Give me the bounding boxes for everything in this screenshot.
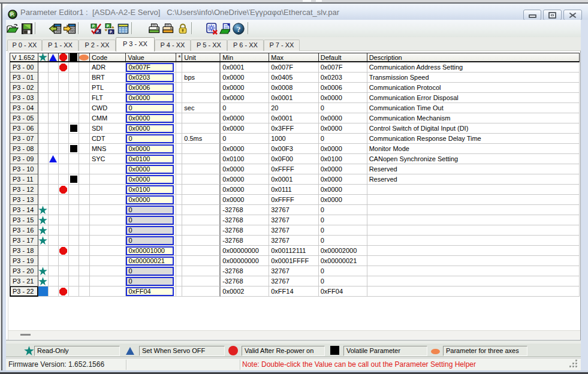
- marker-cell-triangle[interactable]: [49, 225, 59, 236]
- marker-cell-square[interactable]: [69, 123, 79, 134]
- min-cell[interactable]: 0x00000000: [221, 246, 269, 256]
- min-cell[interactable]: 0x0000: [221, 174, 269, 185]
- description-cell[interactable]: Communication Mechanism: [367, 113, 580, 123]
- unit-cell[interactable]: bps: [182, 73, 221, 83]
- description-cell[interactable]: [367, 276, 580, 286]
- marker-cell-triangle[interactable]: [49, 246, 59, 256]
- marker-cell-square[interactable]: [69, 164, 79, 174]
- default-cell[interactable]: 0: [319, 236, 367, 246]
- marker-cell-star[interactable]: [38, 83, 49, 93]
- max-cell[interactable]: 0xFF14: [269, 286, 318, 297]
- marker-cell-ellipse[interactable]: [79, 164, 90, 174]
- unit-cell[interactable]: [182, 236, 221, 246]
- unit-cell[interactable]: [182, 195, 221, 205]
- modified-cell[interactable]: [176, 134, 182, 144]
- min-cell[interactable]: -32768: [221, 205, 269, 215]
- marker-cell-ellipse[interactable]: [79, 103, 90, 113]
- row-header[interactable]: P3 - 03: [10, 93, 38, 103]
- marker-cell-triangle[interactable]: [49, 215, 59, 225]
- unit-cell[interactable]: [182, 113, 221, 123]
- default-cell[interactable]: 0x007F: [319, 62, 367, 73]
- row-header[interactable]: P3 - 06: [10, 123, 38, 134]
- description-cell[interactable]: Communication Protocol: [367, 83, 580, 93]
- row-header[interactable]: P3 - 20: [10, 266, 38, 276]
- min-cell[interactable]: -32768: [221, 225, 269, 236]
- value-editor[interactable]: 0: [126, 236, 173, 245]
- code-cell[interactable]: SYC: [90, 154, 126, 164]
- marker-cell-octagon[interactable]: [59, 215, 69, 225]
- unit-cell[interactable]: 0.5ms: [182, 134, 221, 144]
- value-editor[interactable]: 0x0000: [126, 144, 173, 153]
- marker-cell-triangle[interactable]: [49, 164, 59, 174]
- max-cell[interactable]: 0x3FFF: [269, 123, 318, 134]
- min-cell[interactable]: 0x0000: [221, 93, 269, 103]
- marker-cell-octagon[interactable]: [59, 164, 69, 174]
- marker-cell-star[interactable]: [38, 236, 49, 246]
- unit-cell[interactable]: [182, 154, 221, 164]
- row-header[interactable]: P3 - 21: [10, 276, 38, 286]
- min-cell[interactable]: 0x0000: [221, 83, 269, 93]
- marker-cell-star[interactable]: [38, 174, 49, 185]
- marker-cell-star[interactable]: [38, 215, 49, 225]
- max-cell[interactable]: 32767: [269, 236, 318, 246]
- default-cell[interactable]: 0x0000: [319, 174, 367, 185]
- description-cell[interactable]: [367, 195, 580, 205]
- row-header[interactable]: P3 - 18: [10, 246, 38, 256]
- default-cell[interactable]: 0x0000: [319, 93, 367, 103]
- marker-cell-triangle[interactable]: [49, 103, 59, 113]
- min-cell[interactable]: 0x0000: [221, 195, 269, 205]
- column-header-max[interactable]: Max: [269, 53, 318, 61]
- row-header[interactable]: P3 - 05: [10, 113, 38, 123]
- description-cell[interactable]: CANopen Synchronize Setting: [367, 154, 580, 164]
- min-cell[interactable]: 0x0000: [221, 144, 269, 154]
- marker-cell-octagon[interactable]: [59, 246, 69, 256]
- marker-cell-ellipse[interactable]: [79, 215, 90, 225]
- titlebar[interactable]: P. Parameter Editor1 : [ASDA-A2-E Servo]…: [2, 4, 588, 20]
- marker-cell-ellipse[interactable]: [79, 144, 90, 154]
- unit-cell[interactable]: [182, 246, 221, 256]
- marker-cell-star[interactable]: [38, 93, 49, 103]
- print-button[interactable]: [147, 22, 161, 35]
- modified-cell[interactable]: [176, 123, 182, 134]
- column-header-unit[interactable]: Unit: [182, 53, 221, 61]
- value-editor[interactable]: 0: [126, 267, 173, 276]
- compare-parameters-button[interactable]: P. P.: [102, 22, 116, 35]
- marker-cell-octagon[interactable]: [59, 256, 69, 266]
- marker-cell-star[interactable]: [38, 123, 49, 134]
- marker-cell-octagon[interactable]: [59, 113, 69, 123]
- code-cell[interactable]: [90, 174, 126, 185]
- value-cell[interactable]: 0: [126, 215, 176, 225]
- description-cell[interactable]: Control Switch of Digital Input (DI): [367, 123, 580, 134]
- marker-cell-triangle[interactable]: [49, 185, 59, 195]
- modified-cell[interactable]: [176, 266, 182, 276]
- value-cell[interactable]: 0x0006: [126, 83, 176, 93]
- value-editor[interactable]: 0x0000: [126, 165, 173, 174]
- marker-cell-square[interactable]: [69, 73, 79, 83]
- max-cell[interactable]: 32767: [269, 266, 318, 276]
- marker-cell-square[interactable]: [69, 174, 79, 185]
- value-editor[interactable]: 0x0100: [126, 185, 173, 194]
- resize-grip[interactable]: [569, 360, 580, 370]
- code-cell[interactable]: CDT: [90, 134, 126, 144]
- tab-p0-xx[interactable]: P 0 - XX: [7, 40, 42, 51]
- selected-cell[interactable]: [38, 286, 49, 297]
- unit-cell[interactable]: [182, 123, 221, 134]
- marker-cell-triangle[interactable]: [49, 276, 59, 286]
- marker-cell-square[interactable]: [69, 83, 79, 93]
- value-cell[interactable]: 0: [126, 134, 176, 144]
- code-cell[interactable]: [90, 246, 126, 256]
- unit-cell[interactable]: [182, 164, 221, 174]
- description-cell[interactable]: Communication Address Setting: [367, 62, 580, 73]
- code-cell[interactable]: [90, 205, 126, 215]
- marker-cell-square[interactable]: [69, 276, 79, 286]
- marker-cell-square[interactable]: [69, 246, 79, 256]
- marker-cell-ellipse[interactable]: [79, 225, 90, 236]
- code-cell[interactable]: [90, 215, 126, 225]
- modified-cell[interactable]: [176, 205, 182, 215]
- row-header[interactable]: P3 - 16: [10, 225, 38, 236]
- marker-cell-star[interactable]: [38, 266, 49, 276]
- marker-cell-star[interactable]: [38, 73, 49, 83]
- value-cell[interactable]: 0x00000021: [126, 256, 176, 266]
- row-header[interactable]: P3 - 22: [10, 286, 38, 297]
- column-header-description[interactable]: Description: [367, 53, 580, 61]
